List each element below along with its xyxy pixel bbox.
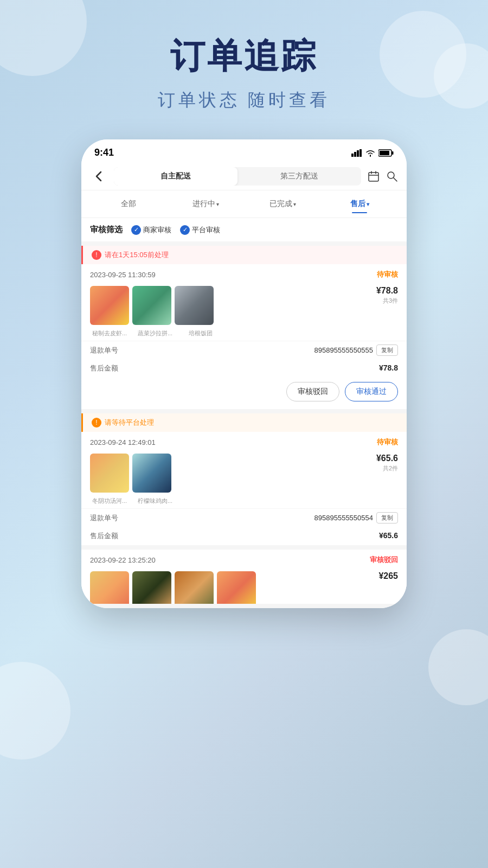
battery-icon — [378, 149, 394, 157]
alert-text-2: 请等待平台处理 — [105, 418, 154, 427]
order-time-2: 2023-09-24 12:49:01 — [90, 438, 156, 446]
after-sale-amount-1: ¥78.8 — [379, 363, 398, 373]
order-header-3: 2023-09-22 13:25:20 审核驳回 — [81, 550, 407, 568]
audit-filter-row: 审核筛选 ✓ 商家审核 ✓ 平台审核 — [81, 218, 407, 241]
reject-button-1[interactable]: 审核驳回 — [286, 382, 339, 401]
food-names-1: 秘制去皮虾... 蔬菜沙拉拼... 培根饭团 — [81, 328, 407, 341]
filter-tab-aftersale[interactable]: 售后▾ — [321, 195, 398, 213]
order-images-2 — [90, 454, 370, 493]
svg-rect-1 — [354, 152, 356, 157]
calendar-icon[interactable] — [368, 170, 380, 182]
search-icon[interactable] — [386, 170, 398, 182]
audit-check-platform[interactable]: ✓ 平台审核 — [180, 225, 220, 235]
phone-mockup: 9:41 — [81, 139, 407, 608]
status-icons — [351, 149, 394, 157]
order-time-1: 2023-09-25 11:30:59 — [90, 271, 156, 279]
order-card-2: ! 请等待平台处理 2023-09-24 12:49:01 待审核 ¥65.6 … — [81, 413, 407, 545]
food-image-3-1 — [90, 571, 129, 604]
order-items-3: ¥265 — [81, 568, 407, 604]
order-alert-2: ! 请等待平台处理 — [81, 413, 407, 432]
tab-third-party-delivery[interactable]: 第三方配送 — [237, 167, 361, 186]
order-card-1: ! 请在1天15:05前处理 2023-09-25 11:30:59 待审核 ¥… — [81, 246, 407, 409]
order-images-3 — [90, 571, 372, 604]
food-name-1-1: 秘制去皮虾... — [90, 329, 129, 337]
page-subtitle: 订单状态 随时查看 — [158, 88, 331, 112]
refund-no-value-2: 895895555550554 复制 — [314, 512, 398, 524]
wifi-icon — [365, 149, 375, 157]
alert-icon-2: ! — [92, 418, 101, 427]
approve-button-1[interactable]: 审核通过 — [345, 382, 398, 401]
svg-line-12 — [394, 178, 397, 181]
food-image-3-4 — [217, 571, 256, 604]
after-sale-label-2: 售后金额 — [90, 531, 118, 541]
audit-check-merchant[interactable]: ✓ 商家审核 — [131, 225, 171, 235]
order-status-1: 待审核 — [377, 270, 398, 279]
refund-no-row-2: 退款单号 895895555550554 复制 — [90, 512, 398, 524]
price-main-3: ¥265 — [378, 571, 398, 581]
refund-no-row-1: 退款单号 895895555550555 复制 — [90, 344, 398, 356]
price-main-1: ¥78.8 — [376, 286, 398, 296]
alert-text-1: 请在1天15:05前处理 — [105, 250, 169, 260]
price-count-1: 共3件 — [376, 297, 398, 305]
svg-rect-3 — [359, 149, 362, 157]
food-name-1-2: 蔬菜沙拉拼... — [136, 329, 175, 337]
food-names-2: 冬阴功汤河... 柠檬味鸡肉... — [81, 496, 407, 508]
order-meta-1: 退款单号 895895555550555 复制 — [81, 341, 407, 361]
filter-tab-bar: 全部 进行中▾ 已完成▾ 售后▾ — [81, 190, 407, 218]
after-sale-amount-2: ¥65.6 — [379, 531, 398, 541]
order-price-3: ¥265 — [378, 571, 398, 581]
order-items-2: ¥65.6 共2件 — [81, 450, 407, 496]
order-alert-1: ! 请在1天15:05前处理 — [81, 246, 407, 264]
svg-rect-0 — [351, 154, 354, 157]
price-main-2: ¥65.6 — [376, 454, 398, 463]
food-name-2-1: 冬阴功汤河... — [90, 497, 129, 505]
svg-rect-6 — [380, 151, 389, 155]
food-image-3-2 — [132, 571, 171, 604]
tab-self-delivery[interactable]: 自主配送 — [114, 167, 237, 186]
refund-no-label-1: 退款单号 — [90, 346, 118, 355]
filter-tab-all[interactable]: 全部 — [90, 195, 167, 213]
alert-icon-1: ! — [92, 250, 101, 260]
price-count-2: 共2件 — [376, 464, 398, 473]
food-image-1-1 — [90, 286, 129, 325]
order-meta-2: 退款单号 895895555550554 复制 — [81, 508, 407, 529]
order-status-2: 待审核 — [377, 437, 398, 447]
signal-icon — [351, 149, 362, 157]
order-items-1: ¥78.8 共3件 — [81, 283, 407, 328]
amount-row-2: 售后金额 ¥65.6 — [81, 529, 407, 545]
order-images-1 — [90, 286, 370, 325]
order-header-2: 2023-09-24 12:49:01 待审核 — [81, 432, 407, 450]
food-image-2-2 — [132, 454, 171, 493]
copy-button-2[interactable]: 复制 — [376, 512, 398, 524]
filter-tab-completed[interactable]: 已完成▾ — [244, 195, 321, 213]
food-image-2-1 — [90, 454, 129, 493]
delivery-tab-switcher: 自主配送 第三方配送 — [114, 167, 361, 186]
order-header-1: 2023-09-25 11:30:59 待审核 — [81, 264, 407, 283]
order-price-2: ¥65.6 共2件 — [376, 454, 398, 473]
refund-no-label-2: 退款单号 — [90, 513, 118, 523]
svg-rect-5 — [392, 151, 394, 155]
bg-decoration-5 — [428, 629, 488, 705]
food-name-1-3: 培根饭团 — [181, 329, 220, 337]
refund-no-value-1: 895895555550555 复制 — [314, 344, 398, 356]
bg-decoration-4 — [0, 662, 70, 760]
svg-point-11 — [388, 172, 394, 178]
order-card-3: 2023-09-22 13:25:20 审核驳回 ¥265 — [81, 550, 407, 604]
svg-rect-2 — [357, 150, 359, 157]
after-sale-label-1: 售后金额 — [90, 363, 118, 373]
copy-button-1[interactable]: 复制 — [376, 344, 398, 356]
back-button[interactable] — [90, 168, 107, 185]
order-time-3: 2023-09-22 13:25:20 — [90, 556, 156, 564]
check-circle-platform: ✓ — [180, 225, 190, 235]
order-status-3: 审核驳回 — [370, 555, 398, 565]
page-title: 订单追踪 — [170, 33, 318, 80]
order-actions-1: 审核驳回 审核通过 — [81, 378, 407, 409]
svg-rect-7 — [369, 173, 378, 181]
filter-tab-inprogress[interactable]: 进行中▾ — [167, 195, 244, 213]
food-image-1-2 — [132, 286, 171, 325]
status-time: 9:41 — [94, 147, 114, 158]
check-circle-merchant: ✓ — [131, 225, 141, 235]
audit-filter-label: 审核筛选 — [90, 225, 123, 235]
food-image-1-3 — [175, 286, 214, 325]
amount-row-1: 售后金额 ¥78.8 — [81, 361, 407, 378]
